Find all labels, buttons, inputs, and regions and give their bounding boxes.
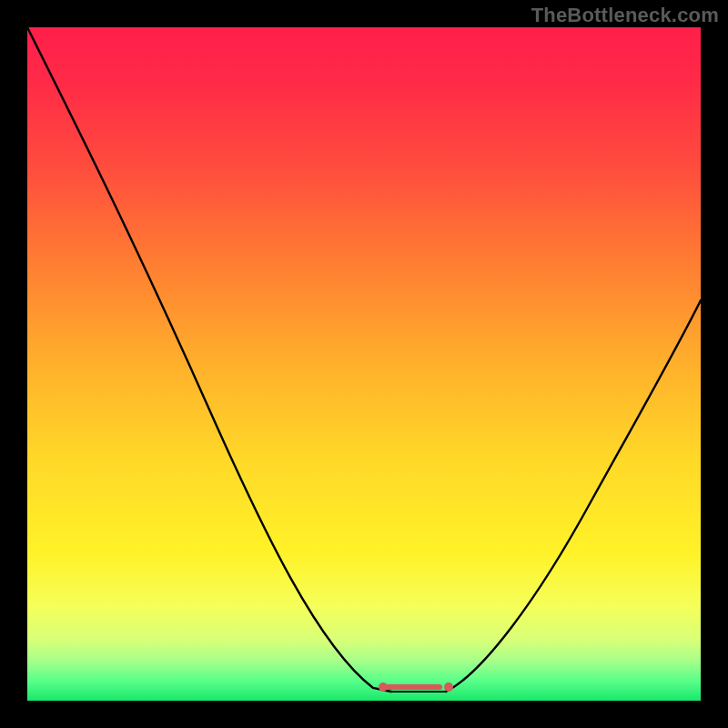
plot-area [27,27,701,701]
curve-left-arm [27,27,391,692]
curve-right-arm [446,300,701,692]
accent-dot-right [444,682,453,692]
bottom-accent-region [380,681,453,693]
accent-bar [386,684,442,690]
chart-frame: TheBottleneck.com [0,0,728,728]
bottleneck-curve [27,27,701,701]
watermark-text: TheBottleneck.com [531,4,719,27]
